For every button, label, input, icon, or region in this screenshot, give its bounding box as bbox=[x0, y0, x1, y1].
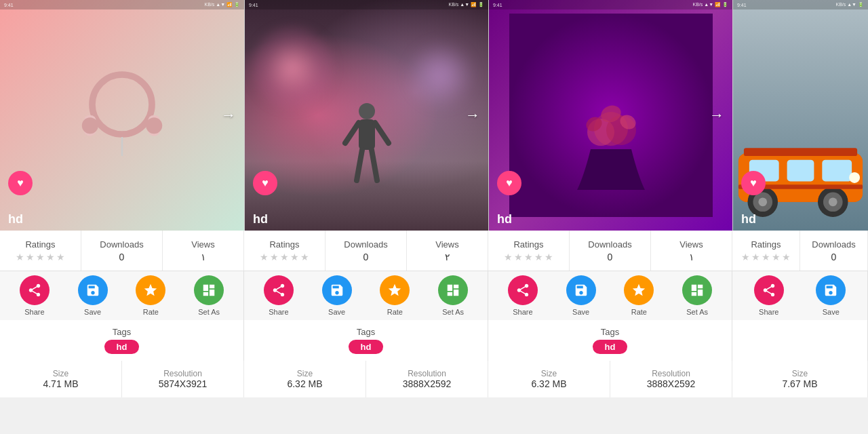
resolution-cell-3: Resolution 3888X2592 bbox=[610, 361, 732, 397]
star-5[interactable]: ★ bbox=[56, 252, 65, 262]
svg-point-4 bbox=[146, 117, 162, 134]
status-bar-4: 9:41 KB/s ▲▼ 🔋 bbox=[733, 0, 868, 9]
svg-rect-23 bbox=[787, 160, 814, 182]
resolution-value-3: 3888X2592 bbox=[647, 378, 696, 389]
setas-icon-2 bbox=[438, 275, 468, 305]
views-label-3: Views bbox=[679, 239, 703, 250]
action-group-2: Share Save Rate Set As bbox=[244, 271, 488, 320]
size-value-1: 4.71 MB bbox=[43, 378, 78, 389]
resolution-value-2: 3888X2592 bbox=[403, 378, 452, 389]
star-1[interactable]: ★ bbox=[16, 252, 24, 262]
share-label-3: Share bbox=[513, 308, 532, 316]
resolution-value-1: 5874X3921 bbox=[159, 378, 208, 389]
save-button-4[interactable]: Save bbox=[816, 275, 846, 316]
heart-button-3[interactable]: ♥ bbox=[497, 171, 521, 195]
size-cell-2: Size 6.32 MB bbox=[244, 361, 366, 397]
ratings-label-3: Ratings bbox=[513, 239, 543, 250]
ratings-cell-2: Ratings ★ ★ ★ ★ ★ bbox=[244, 231, 326, 271]
share-button-1[interactable]: Share bbox=[20, 275, 50, 316]
hd-badge-1: hd bbox=[8, 212, 23, 226]
setas-icon-1 bbox=[194, 275, 224, 305]
status-bar-3: 9:41 KB/s ▲▼ 📶 🔋 bbox=[489, 0, 732, 9]
image-card-4: 9:41 KB/s ▲▼ 🔋 bbox=[732, 0, 868, 231]
resolution-label-1: Resolution bbox=[163, 369, 202, 378]
tags-group-2: Tags hd bbox=[244, 320, 488, 361]
downloads-cell-3: Downloads 0 bbox=[570, 231, 651, 271]
views-value-1: ١ bbox=[201, 252, 206, 262]
views-cell-1: Views ١ bbox=[163, 231, 244, 271]
stars-1[interactable]: ★ ★ ★ ★ ★ bbox=[16, 252, 65, 262]
share-button-4[interactable]: Share bbox=[754, 275, 784, 316]
heart-button-2[interactable]: ♥ bbox=[253, 171, 277, 195]
setas-button-2[interactable]: Set As bbox=[438, 275, 468, 316]
rate-label-1: Rate bbox=[143, 308, 159, 316]
ratings-label-2: Ratings bbox=[269, 239, 299, 250]
downloads-value-2: 0 bbox=[363, 252, 369, 262]
stars-2[interactable]: ★ ★ ★ ★ ★ bbox=[260, 252, 309, 262]
rate-icon-3 bbox=[624, 275, 654, 305]
tags-row: Tags hd Tags hd Tags hd bbox=[0, 320, 868, 361]
setas-label-1: Set As bbox=[198, 308, 220, 316]
tags-label-2: Tags bbox=[357, 327, 375, 337]
star-2[interactable]: ★ bbox=[26, 252, 35, 262]
resolution-cell-2: Resolution 3888X2592 bbox=[366, 361, 488, 397]
share-button-2[interactable]: Share bbox=[264, 275, 294, 316]
downloads-label-3: Downloads bbox=[588, 239, 631, 250]
tag-badge-1[interactable]: hd bbox=[104, 340, 140, 354]
tag-badge-3[interactable]: hd bbox=[593, 340, 628, 354]
downloads-value-3: 0 bbox=[608, 252, 613, 262]
save-button-1[interactable]: Save bbox=[78, 275, 108, 316]
views-cell-3: Views ١ bbox=[651, 231, 732, 271]
share-icon-1 bbox=[20, 275, 50, 305]
size-label-2: Size bbox=[297, 369, 313, 378]
arrow-button-1[interactable]: → bbox=[221, 106, 236, 124]
svg-point-0 bbox=[92, 75, 152, 134]
ratings-cell-3: Ratings ★ ★ ★ ★ ★ bbox=[488, 231, 570, 271]
size-cell-1: Size 4.71 MB bbox=[0, 361, 122, 397]
svg-point-6 bbox=[359, 103, 375, 119]
svg-point-27 bbox=[758, 197, 767, 206]
downloads-label-2: Downloads bbox=[344, 239, 387, 250]
resolution-cell-1: Resolution 5874X3921 bbox=[122, 361, 244, 397]
downloads-cell-1: Downloads 0 bbox=[81, 231, 163, 271]
save-button-3[interactable]: Save bbox=[566, 275, 596, 316]
save-label-2: Save bbox=[328, 308, 345, 316]
actions-row: Share Save Rate Set As bbox=[0, 271, 868, 320]
svg-rect-21 bbox=[744, 148, 857, 156]
tags-label-3: Tags bbox=[601, 327, 619, 337]
downloads-cell-4: Downloads 0 bbox=[800, 231, 868, 271]
save-icon-4 bbox=[816, 275, 846, 305]
rate-button-2[interactable]: Rate bbox=[380, 275, 410, 316]
arrow-button-3[interactable]: → bbox=[709, 106, 724, 124]
action-group-1: Share Save Rate Set As bbox=[0, 271, 244, 320]
heart-button-1[interactable]: ♥ bbox=[8, 171, 33, 195]
heart-button-4[interactable]: ♥ bbox=[741, 171, 766, 195]
views-cell-2: Views ٢ bbox=[407, 231, 488, 271]
arrow-button-2[interactable]: → bbox=[465, 106, 480, 124]
star-4[interactable]: ★ bbox=[46, 252, 55, 262]
save-button-2[interactable]: Save bbox=[322, 275, 352, 316]
ratings-cell-1: Ratings ★ ★ ★ ★ ★ bbox=[0, 231, 81, 271]
rate-button-3[interactable]: Rate bbox=[624, 275, 654, 316]
svg-rect-24 bbox=[822, 160, 852, 182]
save-icon-2 bbox=[322, 275, 352, 305]
save-label-3: Save bbox=[572, 308, 589, 316]
status-bar-2: 9:41 KB/s ▲▼ 📶 🔋 bbox=[245, 0, 488, 9]
svg-rect-7 bbox=[359, 119, 375, 150]
stars-3[interactable]: ★ ★ ★ ★ ★ bbox=[504, 252, 553, 262]
stars-4[interactable]: ★ ★ ★ ★ ★ bbox=[741, 252, 791, 262]
size-label-4: Size bbox=[792, 369, 808, 378]
image-card-3: 9:41 KB/s ▲▼ 📶 🔋 bbox=[488, 0, 732, 231]
save-icon-1 bbox=[78, 275, 108, 305]
size-value-4: 7.67 MB bbox=[782, 378, 817, 389]
svg-line-9 bbox=[375, 123, 389, 143]
tag-badge-2[interactable]: hd bbox=[349, 340, 384, 354]
share-button-3[interactable]: Share bbox=[508, 275, 538, 316]
setas-button-3[interactable]: Set As bbox=[682, 275, 712, 316]
rate-button-1[interactable]: Rate bbox=[136, 275, 165, 316]
star-3[interactable]: ★ bbox=[36, 252, 45, 262]
setas-button-1[interactable]: Set As bbox=[194, 275, 224, 316]
rate-icon-1 bbox=[136, 275, 165, 305]
ratings-label-1: Ratings bbox=[25, 239, 55, 250]
image-card-2: 9:41 KB/s ▲▼ 📶 🔋 → ♥ hd bbox=[244, 0, 488, 231]
